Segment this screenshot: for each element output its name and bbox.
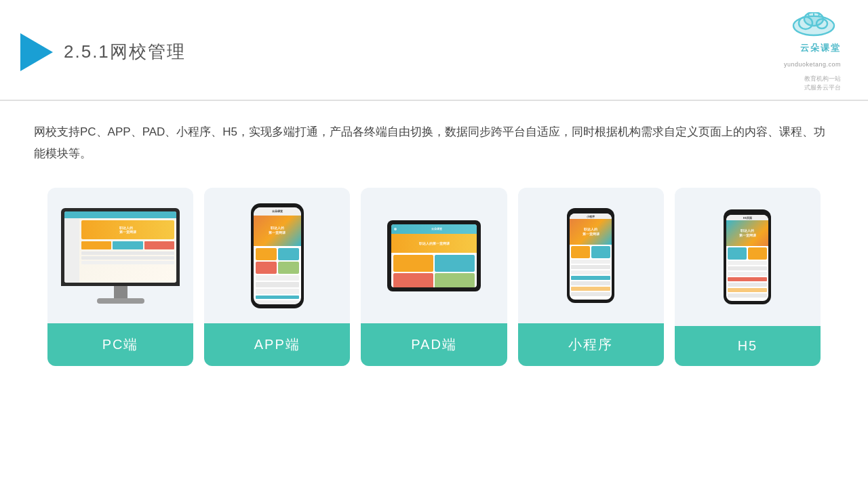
app-phone-icon: 云朵课堂 职达人的第一堂网课 [251,203,304,308]
app-label: APP端 [204,323,350,366]
h5-card: H5页面 职达人的第一堂网课 [675,188,821,366]
pc-label: PC端 [47,323,193,366]
mini-program-card: 小程序 职达人的第一堂网课 [518,188,664,366]
brand-domain: yunduoketang.com [784,61,841,68]
pad-image-area: 云朵课堂 职达人的第一堂网课 [361,188,507,323]
brand-area: 云朵课堂 yunduoketang.com 教育机构一站 式服务云平台 [784,12,841,92]
brand-name: 云朵课堂 [800,42,841,54]
cloud-logo-icon [787,12,841,38]
pad-tablet-icon: 云朵课堂 职达人的第一堂网课 [387,220,481,291]
svg-line-7 [808,14,809,16]
brand-slogan: 教育机构一站 式服务云平台 [804,75,841,92]
h5-image-area: H5页面 职达人的第一堂网课 [675,188,821,326]
h5-label: H5 [675,326,821,366]
platform-cards: 职达人的第一堂网课 [34,188,834,366]
title-text: 网校管理 [110,41,186,62]
pc-image-area: 职达人的第一堂网课 [47,188,193,323]
pc-card: 职达人的第一堂网课 [47,188,193,366]
pad-card: 云朵课堂 职达人的第一堂网课 [361,188,507,366]
mini-program-phone-icon: 小程序 职达人的第一堂网课 [567,208,614,303]
logo-triangle-icon [20,33,53,71]
mini-program-label: 小程序 [518,323,664,366]
svg-point-5 [794,18,833,35]
pc-monitor-icon: 职达人的第一堂网课 [61,208,180,304]
header-left: 2.5.1网校管理 [20,33,186,71]
description-text: 网校支持PC、APP、PAD、小程序、H5，实现多端打通，产品各终端自由切换，数… [34,121,834,164]
page-title: 2.5.1网校管理 [64,40,186,64]
section-number: 2.5.1 [64,41,110,62]
pad-label: PAD端 [361,323,507,366]
svg-line-8 [818,14,819,16]
app-image-area: 云朵课堂 职达人的第一堂网课 [204,188,350,323]
app-card: 云朵课堂 职达人的第一堂网课 [204,188,350,366]
mini-program-image-area: 小程序 职达人的第一堂网课 [518,188,664,323]
main-content: 网校支持PC、APP、PAD、小程序、H5，实现多端打通，产品各终端自由切换，数… [0,101,868,380]
header: 2.5.1网校管理 云朵课堂 yunduoketang.com 教育机构一站 式… [0,0,868,101]
h5-phone-icon: H5页面 职达人的第一堂网课 [724,209,771,304]
